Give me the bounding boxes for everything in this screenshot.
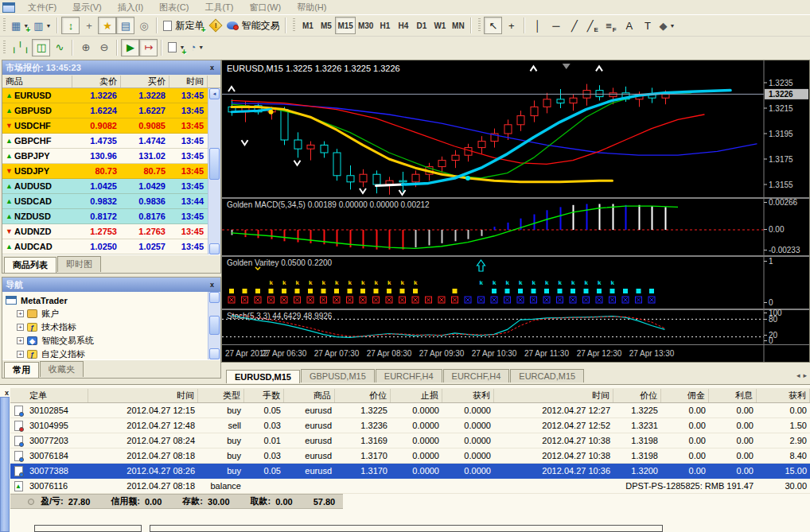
menu-view[interactable]: 显示(V) [64, 0, 110, 15]
horizontal-line-tool[interactable]: ─ [547, 17, 565, 34]
mw-column-bid[interactable]: 卖价 [72, 76, 121, 87]
timeframe-w1[interactable]: W1 [430, 17, 449, 34]
timeframe-m30[interactable]: M30 [356, 17, 376, 34]
mw-tab-0[interactable]: 商品列表 [4, 257, 56, 273]
mw-column-ask[interactable]: 买价 [121, 76, 169, 87]
cursor-tool[interactable]: ↖ [484, 17, 502, 34]
trendline-tool[interactable]: ╱ [565, 17, 583, 34]
order-row[interactable]: 301049952012.04.27 12:48sell0.03eurusd1.… [10, 418, 810, 433]
market-watch-row[interactable]: ▲GBPUSD1.62241.622713:45 [2, 103, 208, 118]
expand-icon[interactable]: + [17, 324, 24, 331]
order-row[interactable]: ▲300761162012.04.27 08:18balanceDPST-PS-… [10, 479, 810, 494]
market-watch-scrollbar[interactable]: ◂ [208, 88, 220, 254]
expand-icon[interactable]: + [17, 351, 24, 358]
timeframe-h1[interactable]: H1 [376, 17, 394, 34]
orders-column-commission[interactable]: 佣金 [661, 389, 709, 402]
order-row[interactable]: 300773882012.04.27 08:26buy0.05eurusd1.3… [10, 464, 810, 479]
zoom-out-button[interactable]: ⊖ [95, 39, 113, 56]
arrows-tool[interactable]: ◆▼ [656, 17, 677, 34]
expand-icon[interactable]: + [17, 337, 24, 344]
strategy-tester-toggle[interactable]: ◎ [134, 17, 153, 34]
market-watch-titlebar[interactable]: 市场报价: 13:45:23 x [2, 60, 220, 75]
market-watch-row[interactable]: ▲AUDCAD1.02501.025713:45 [2, 239, 208, 254]
navigator-toggle[interactable]: ★ [98, 17, 116, 34]
vertical-line-tool[interactable]: │ [528, 17, 547, 34]
timeframe-d1[interactable]: D1 [412, 17, 430, 34]
chart-tab-3[interactable]: EURCHF,H4 [443, 369, 510, 382]
data-window-toggle[interactable]: + [80, 17, 98, 34]
scroll-right-icon[interactable]: ▸ [803, 371, 807, 379]
orders-column-sl[interactable]: 止损 [391, 389, 442, 402]
scrollbar-thumb[interactable] [209, 316, 220, 335]
expert-advisors-button[interactable]: 智能交易 [224, 17, 282, 34]
profiles-button[interactable]: ▥▼ [31, 17, 53, 34]
chart-tab-2[interactable]: EURCHF,H4 [376, 369, 442, 382]
menu-tools[interactable]: 工具(T) [197, 0, 241, 15]
market-watch-row[interactable]: ▲EURUSD1.32261.322813:45 [2, 88, 208, 103]
line-chart-button[interactable]: ∿ [50, 39, 68, 56]
alerts-button[interactable]: ! [206, 17, 224, 34]
candlestick-button[interactable]: ◫ [32, 39, 50, 56]
menu-window[interactable]: 窗口(W) [241, 0, 289, 15]
auto-scroll-toggle[interactable]: ▶ [121, 39, 139, 56]
order-row[interactable]: 301028542012.04.27 12:15buy0.05eurusd1.3… [10, 403, 810, 418]
terminal-toggle[interactable]: ▤ [116, 17, 134, 34]
orders-column-tp[interactable]: 获利 [442, 389, 494, 402]
price-chart[interactable]: EURUSD,M15 1.3225 1.3226 1.3225 1.3226Go… [222, 60, 809, 362]
crosshair-tool[interactable]: + [502, 17, 520, 34]
new-chart-button[interactable]: ▦+▼ [9, 17, 31, 34]
market-watch-row[interactable]: ▼USDCHF0.90820.908513:45 [2, 118, 208, 134]
equidistant-channel-tool[interactable]: ╱E [583, 17, 602, 34]
scroll-down-icon[interactable] [209, 243, 220, 254]
text-label-tool[interactable]: T [638, 17, 656, 34]
chart-shift-toggle[interactable]: ↦ [139, 39, 158, 56]
navigator-item[interactable]: +ƒ自定义指标 [2, 348, 208, 361]
chart-tab-4[interactable]: EURCAD,M15 [510, 369, 584, 382]
indicators-button[interactable]: +▼ [166, 39, 187, 56]
scroll-up-icon[interactable]: ◂ [209, 88, 220, 99]
expand-icon[interactable]: + [17, 310, 24, 317]
navigator-titlebar[interactable]: 导航 x [2, 278, 220, 292]
market-watch-row[interactable]: ▲USDCAD0.98320.983613:44 [2, 194, 208, 209]
toolbar-drag-handle[interactable] [3, 41, 6, 55]
nav-tab-0[interactable]: 常用 [4, 362, 39, 378]
chart-window[interactable]: EURUSD,M15 1.3225 1.3226 1.3225 1.3226Go… [221, 60, 810, 363]
fibonacci-tool[interactable]: ≡F [602, 17, 620, 34]
market-watch-row[interactable]: ▼AUDNZD1.27531.276313:45 [2, 224, 208, 239]
orders-column-price2[interactable]: 价位 [613, 389, 661, 402]
periods-button[interactable]: ◔▼ [187, 39, 206, 56]
orders-column-time2[interactable]: 时间 [494, 389, 613, 402]
menu-help[interactable]: 帮助(H) [289, 0, 334, 15]
scroll-down-icon[interactable] [209, 348, 220, 359]
order-row[interactable]: 300761842012.04.27 08:18buy0.03eurusd1.3… [10, 449, 810, 464]
navigator-root[interactable]: MetaTrader [2, 293, 208, 307]
scroll-left-icon[interactable]: ◂ [796, 371, 800, 379]
timeframe-mn[interactable]: MN [449, 17, 467, 34]
text-tool[interactable]: A [620, 17, 638, 34]
market-watch-row[interactable]: ▲NZDUSD0.81720.817613:45 [2, 209, 208, 224]
mw-column-time[interactable]: 时间 [169, 76, 208, 87]
orders-column-order[interactable]: 定单 [26, 389, 88, 402]
close-icon[interactable]: x [207, 63, 217, 73]
market-watch-row[interactable]: ▲GBPJPY130.96131.0213:45 [2, 149, 208, 164]
chart-tab-0[interactable]: EURUSD,M15 [226, 370, 300, 383]
mw-tab-1[interactable]: 即时图 [57, 256, 101, 272]
market-watch-toggle[interactable]: ↕ [61, 17, 80, 34]
orders-column-lots[interactable]: 手数 [244, 389, 284, 402]
mw-column-symbol[interactable]: 商品 [2, 76, 72, 87]
order-row[interactable]: 300772032012.04.27 08:24buy0.01eurusd1.3… [10, 433, 810, 449]
orders-column-symbol[interactable]: 商品 [284, 389, 335, 402]
nav-tab-1[interactable]: 收藏夹 [40, 361, 84, 377]
menu-file[interactable]: 文件(F) [20, 0, 64, 15]
toolbar-drag-handle[interactable] [293, 18, 295, 33]
close-icon[interactable]: x [207, 280, 217, 290]
navigator-item[interactable]: +◆智能交易系统 [2, 334, 208, 348]
menu-charts[interactable]: 图表(C) [151, 0, 197, 15]
orders-column-price[interactable]: 价位 [335, 389, 391, 402]
menu-insert[interactable]: 插入(I) [110, 0, 151, 15]
toolbar-drag-handle[interactable] [478, 18, 481, 33]
zoom-in-button[interactable]: ⊕ [76, 39, 95, 56]
timeframe-m1[interactable]: M1 [298, 17, 317, 34]
orders-column-swap[interactable]: 利息 [709, 389, 757, 402]
timeframe-m15[interactable]: M15 [335, 17, 355, 34]
